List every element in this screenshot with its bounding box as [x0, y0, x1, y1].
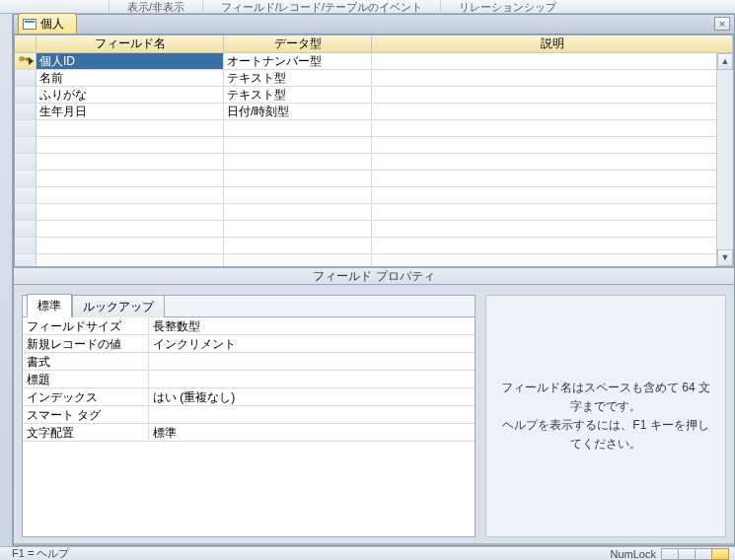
- view-pivottable-button[interactable]: [678, 548, 696, 560]
- property-label: 新規レコードの値: [23, 335, 149, 353]
- field-row-empty[interactable]: [15, 154, 733, 171]
- cell-datatype[interactable]: テキスト型: [224, 87, 372, 104]
- property-value[interactable]: [149, 353, 475, 371]
- cell-empty[interactable]: [372, 204, 733, 221]
- scroll-up-icon[interactable]: ▲: [717, 53, 733, 70]
- cell-empty[interactable]: [224, 154, 372, 171]
- cell-empty[interactable]: [224, 137, 372, 154]
- cell-empty[interactable]: [37, 171, 224, 187]
- property-value[interactable]: 長整数型: [149, 317, 475, 335]
- close-tab-button[interactable]: ×: [714, 17, 730, 31]
- property-row: フィールドサイズ長整数型: [23, 317, 475, 335]
- cell-empty[interactable]: [372, 137, 733, 154]
- property-value[interactable]: はい (重複なし): [149, 388, 475, 406]
- property-value[interactable]: インクリメント: [149, 335, 475, 353]
- view-design-button[interactable]: [711, 548, 729, 560]
- help-text-line1: フィールド名はスペースも含めて 64 文字までです。: [501, 381, 710, 413]
- cell-description[interactable]: [372, 104, 733, 120]
- col-header-description[interactable]: 説明: [372, 35, 733, 53]
- property-label: 文字配置: [23, 424, 149, 442]
- cell-empty[interactable]: [37, 187, 224, 204]
- cell-empty[interactable]: [224, 187, 372, 204]
- cell-empty[interactable]: [372, 238, 733, 254]
- cell-empty[interactable]: [224, 204, 372, 221]
- cell-empty[interactable]: [37, 154, 224, 171]
- cell-description[interactable]: [372, 87, 733, 104]
- field-row-empty[interactable]: [15, 221, 733, 238]
- grid-corner[interactable]: [15, 35, 37, 53]
- cell-datatype[interactable]: オートナンバー型: [224, 53, 372, 70]
- cell-description[interactable]: [372, 70, 733, 87]
- ribbon-btn-showhide[interactable]: 表示/非表示: [109, 0, 202, 14]
- cell-empty[interactable]: [372, 171, 733, 187]
- cell-empty[interactable]: [372, 254, 733, 266]
- row-selector[interactable]: [15, 53, 37, 70]
- cell-empty[interactable]: [37, 137, 224, 154]
- field-row-empty[interactable]: [15, 171, 733, 187]
- cell-fieldname[interactable]: 個人ID: [37, 53, 224, 70]
- field-row[interactable]: 個人IDオートナンバー型: [15, 53, 733, 70]
- row-selector[interactable]: [15, 171, 37, 187]
- row-selector[interactable]: [15, 238, 37, 254]
- property-row: 文字配置標準: [23, 424, 475, 442]
- document-tab-bar: 個人 ×: [14, 15, 734, 35]
- row-selector[interactable]: [15, 70, 37, 87]
- field-row[interactable]: ふりがなテキスト型: [15, 87, 733, 104]
- cell-empty[interactable]: [372, 120, 733, 137]
- cell-description[interactable]: [372, 53, 733, 70]
- cell-fieldname[interactable]: 生年月日: [37, 104, 224, 120]
- cell-empty[interactable]: [224, 171, 372, 187]
- col-header-fieldname[interactable]: フィールド名: [37, 35, 224, 53]
- nav-pane-collapsed[interactable]: [0, 14, 13, 546]
- cell-datatype[interactable]: テキスト型: [224, 70, 372, 87]
- field-row-empty[interactable]: [15, 187, 733, 204]
- field-row-empty[interactable]: [15, 254, 733, 266]
- field-row-empty[interactable]: [15, 137, 733, 154]
- cell-fieldname[interactable]: ふりがな: [37, 87, 224, 104]
- cell-empty[interactable]: [37, 204, 224, 221]
- cell-empty[interactable]: [37, 254, 224, 266]
- tab-general[interactable]: 標準: [27, 294, 72, 317]
- cell-empty[interactable]: [224, 254, 372, 266]
- cell-empty[interactable]: [224, 120, 372, 137]
- col-header-datatype[interactable]: データ型: [224, 35, 372, 53]
- row-selector[interactable]: [15, 104, 37, 120]
- view-pivotchart-button[interactable]: [695, 548, 712, 560]
- document-tab-kojin[interactable]: 個人: [18, 13, 77, 34]
- property-row: 書式: [23, 353, 475, 371]
- field-row[interactable]: 生年月日日付/時刻型: [15, 104, 733, 120]
- row-selector[interactable]: [15, 204, 37, 221]
- row-selector[interactable]: [15, 137, 37, 154]
- property-value[interactable]: [149, 371, 475, 388]
- ribbon-btn-events[interactable]: フィールド/レコード/テーブルのイベント: [202, 0, 440, 14]
- scroll-down-icon[interactable]: ▼: [717, 249, 733, 266]
- field-row-empty[interactable]: [15, 238, 733, 254]
- cell-empty[interactable]: [372, 154, 733, 171]
- cell-fieldname[interactable]: 名前: [37, 70, 224, 87]
- field-row-empty[interactable]: [15, 120, 733, 137]
- view-datasheet-button[interactable]: [661, 548, 679, 560]
- cell-empty[interactable]: [37, 120, 224, 137]
- row-selector[interactable]: [15, 154, 37, 171]
- property-value[interactable]: 標準: [149, 424, 475, 442]
- ribbon-btn-relationships[interactable]: リレーションシップ: [440, 0, 574, 14]
- row-selector[interactable]: [15, 87, 37, 104]
- cell-empty[interactable]: [372, 221, 733, 238]
- row-selector[interactable]: [15, 120, 37, 137]
- grid-scrollbar-vertical[interactable]: ▲ ▼: [716, 53, 733, 266]
- property-value[interactable]: [149, 406, 475, 424]
- cell-empty[interactable]: [224, 238, 372, 254]
- cell-empty[interactable]: [37, 238, 224, 254]
- row-selector[interactable]: [15, 221, 37, 238]
- field-row-empty[interactable]: [15, 204, 733, 221]
- cell-datatype[interactable]: 日付/時刻型: [224, 104, 372, 120]
- table-icon: [23, 19, 37, 30]
- cell-empty[interactable]: [372, 187, 733, 204]
- cell-empty[interactable]: [224, 221, 372, 238]
- cell-empty[interactable]: [37, 221, 224, 238]
- row-selector[interactable]: [15, 187, 37, 204]
- field-row[interactable]: 名前テキスト型: [15, 70, 733, 87]
- row-selector[interactable]: [15, 254, 37, 266]
- ribbon-stub: 表示/非表示 フィールド/レコード/テーブルのイベント リレーションシップ: [0, 0, 735, 14]
- tab-lookup[interactable]: ルックアップ: [72, 295, 165, 317]
